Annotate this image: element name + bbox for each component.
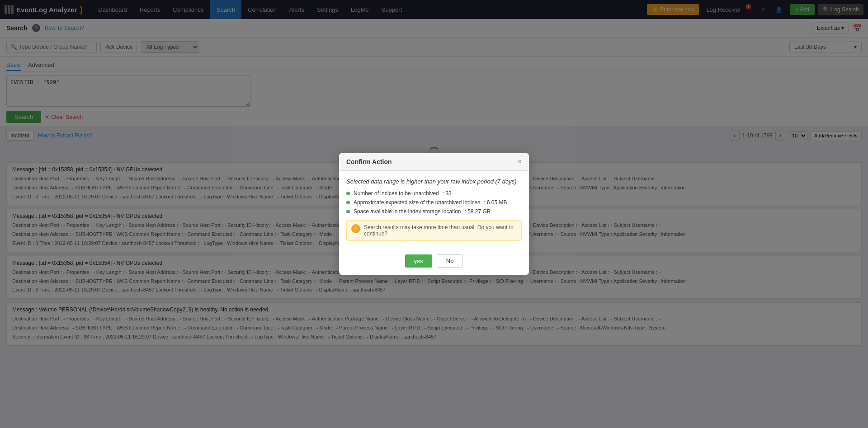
modal-no-button[interactable]: No xyxy=(437,254,463,268)
info-icon: i xyxy=(351,224,360,233)
modal-body: Selected data range is higher than your … xyxy=(339,171,529,254)
bullet-icon-2 xyxy=(346,201,350,204)
modal-info-text: Search results may take more time than u… xyxy=(364,224,517,237)
stat-value-2: : 6.05 MB xyxy=(484,199,507,206)
stat-label-1: Number of indices to be unarchived xyxy=(354,190,439,197)
modal-header: Confirm Action × xyxy=(339,153,529,171)
bullet-icon-1 xyxy=(346,192,350,195)
stat-label-3: Space available in the index storage loc… xyxy=(354,208,461,215)
bullet-icon-3 xyxy=(346,210,350,213)
stat-value-1: : 33 xyxy=(443,190,452,197)
stat-value-3: : 58.27 GB xyxy=(465,208,491,215)
modal-title: Confirm Action xyxy=(346,158,392,165)
modal-footer: yes No xyxy=(339,254,529,275)
stat-label-2: Approximate expected size of the unarchi… xyxy=(354,199,480,206)
modal-close-button[interactable]: × xyxy=(518,158,522,166)
stat-item-3: Space available in the index storage loc… xyxy=(346,208,522,215)
modal-yes-button[interactable]: yes xyxy=(405,254,432,268)
modal-warning-text: Selected data range is higher than your … xyxy=(346,178,522,185)
confirm-action-modal: Confirm Action × Selected data range is … xyxy=(339,153,529,275)
modal-stats-list: Number of indices to be unarchived : 33 … xyxy=(346,190,522,215)
stat-item-2: Approximate expected size of the unarchi… xyxy=(346,199,522,206)
modal-overlay: Confirm Action × Selected data range is … xyxy=(0,0,868,428)
modal-info-row: i Search results may take more time than… xyxy=(346,220,522,241)
stat-item-1: Number of indices to be unarchived : 33 xyxy=(346,190,522,197)
